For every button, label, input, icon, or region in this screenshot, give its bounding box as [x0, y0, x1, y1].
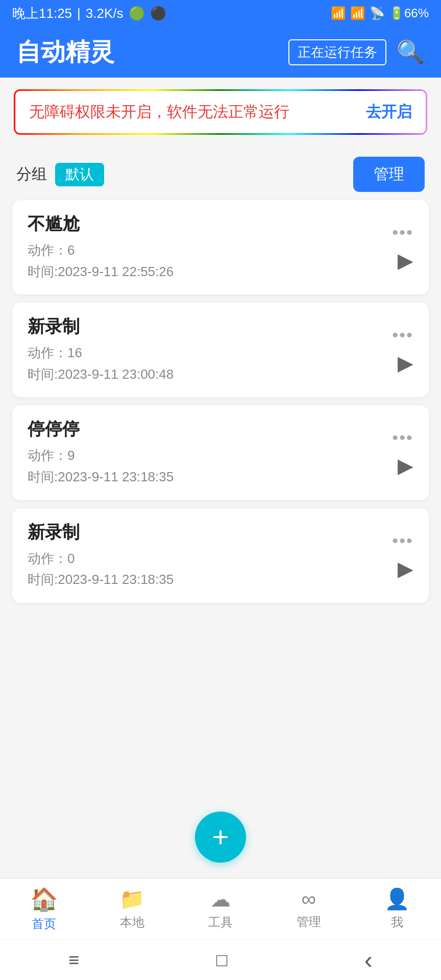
search-button[interactable]: 🔍 — [397, 39, 425, 65]
home-button[interactable]: □ — [196, 944, 248, 976]
task-name: 不尴尬 — [28, 212, 392, 236]
task-right: ••• ▶ — [392, 325, 413, 375]
task-info: 不尴尬 动作：6 时间:2023-9-11 22:55:26 — [28, 212, 392, 282]
battery-icon: 🔋66% — [389, 6, 429, 20]
nav-item-home[interactable]: 🏠 首页 — [0, 878, 88, 939]
add-task-button[interactable]: + — [195, 812, 246, 863]
task-card: 停停停 动作：9 时间:2023-9-11 23:18:35 ••• ▶ — [12, 405, 429, 500]
signal-icon-2: 📶 — [350, 6, 365, 20]
nav-item-local[interactable]: 📁 本地 — [88, 878, 177, 939]
nav-label-local: 本地 — [120, 914, 144, 930]
home-icon: 🏠 — [30, 886, 58, 913]
system-nav-bar: ≡ □ ‹ — [0, 939, 441, 980]
spacer — [0, 603, 441, 801]
app-title: 自动精灵 — [16, 36, 114, 68]
status-bar: 晚上11:25 | 3.2K/s 🟢 ⚫ 📶 📶 📡 🔋66% — [0, 0, 441, 27]
task-name: 新录制 — [28, 521, 392, 544]
task-name: 新录制 — [28, 315, 392, 338]
task-card: 新录制 动作：16 时间:2023-9-11 23:00:48 ••• ▶ — [12, 303, 429, 397]
manage-icon: ∞ — [302, 888, 316, 911]
more-options-button[interactable]: ••• — [392, 531, 413, 551]
task-time: 时间:2023-9-11 23:00:48 — [28, 364, 392, 385]
task-info: 新录制 动作：16 时间:2023-9-11 23:00:48 — [28, 315, 392, 385]
wifi-icon: 📡 — [370, 6, 385, 20]
fab-container: + — [0, 801, 441, 878]
task-right: ••• ▶ — [392, 531, 413, 580]
app-icon-1: 🟢 — [129, 6, 145, 21]
play-button[interactable]: ▶ — [398, 454, 413, 477]
nav-label-home: 首页 — [32, 916, 56, 932]
bottom-nav: 🏠 首页 📁 本地 ☁ 工具 ∞ 管理 👤 我 — [0, 878, 441, 939]
task-info: 新录制 动作：0 时间:2023-9-11 23:18:35 — [28, 521, 392, 591]
task-info: 停停停 动作：9 时间:2023-9-11 23:18:35 — [28, 418, 392, 487]
app-icon-2: ⚫ — [150, 6, 166, 21]
task-actions: 动作：0 — [28, 548, 392, 570]
more-options-button[interactable]: ••• — [392, 223, 413, 242]
nav-item-me[interactable]: 👤 我 — [353, 878, 441, 939]
network-speed: | — [77, 6, 81, 21]
time-display: 晚上11:25 — [12, 5, 72, 22]
running-badge: 正在运行任务 — [288, 39, 386, 65]
status-right: 📶 📶 📡 🔋66% — [331, 6, 429, 20]
warning-text: 无障碍权限未开启，软件无法正常运行 — [29, 102, 289, 122]
plus-icon: + — [212, 823, 229, 851]
play-button[interactable]: ▶ — [398, 249, 413, 272]
header-right: 正在运行任务 🔍 — [288, 39, 425, 65]
nav-label-me: 我 — [391, 914, 403, 930]
manage-button[interactable]: 管理 — [353, 157, 425, 192]
me-icon: 👤 — [384, 887, 410, 911]
network-speed-value: 3.2K/s — [86, 6, 124, 21]
task-card: 新录制 动作：0 时间:2023-9-11 23:18:35 ••• ▶ — [12, 508, 429, 603]
more-options-button[interactable]: ••• — [392, 325, 413, 345]
nav-item-tools[interactable]: ☁ 工具 — [177, 878, 265, 939]
task-right: ••• ▶ — [392, 428, 413, 477]
warning-action-button[interactable]: 去开启 — [366, 102, 412, 122]
signal-icon: 📶 — [331, 6, 346, 20]
task-actions: 动作：9 — [28, 445, 392, 467]
more-options-button[interactable]: ••• — [392, 428, 413, 448]
task-time: 时间:2023-9-11 23:18:35 — [28, 569, 392, 591]
nav-label-tools: 工具 — [208, 914, 233, 930]
local-icon: 📁 — [119, 887, 145, 911]
task-right: ••• ▶ — [392, 223, 413, 272]
menu-button[interactable]: ≡ — [48, 944, 100, 976]
play-button[interactable]: ▶ — [398, 557, 413, 580]
task-time: 时间:2023-9-11 22:55:26 — [28, 261, 392, 283]
task-card: 不尴尬 动作：6 时间:2023-9-11 22:55:26 ••• ▶ — [12, 200, 429, 295]
group-left: 分组 默认 — [16, 163, 104, 186]
status-left: 晚上11:25 | 3.2K/s 🟢 ⚫ — [12, 5, 166, 22]
group-tag[interactable]: 默认 — [55, 163, 104, 186]
task-actions: 动作：16 — [28, 342, 392, 364]
task-name: 停停停 — [28, 418, 392, 441]
play-button[interactable]: ▶ — [398, 351, 413, 375]
nav-item-manage[interactable]: ∞ 管理 — [264, 878, 353, 939]
app-header: 自动精灵 正在运行任务 🔍 — [0, 27, 441, 78]
warning-banner: 无障碍权限未开启，软件无法正常运行 去开启 — [12, 88, 429, 136]
task-time: 时间:2023-9-11 23:18:35 — [28, 467, 392, 488]
task-actions: 动作：6 — [28, 240, 392, 261]
tasks-container: 不尴尬 动作：6 时间:2023-9-11 22:55:26 ••• ▶ 新录制… — [0, 200, 441, 603]
back-button[interactable]: ‹ — [344, 941, 393, 979]
tools-icon: ☁ — [210, 888, 231, 911]
group-label: 分组 — [16, 164, 47, 185]
group-section: 分组 默认 管理 — [0, 146, 441, 200]
nav-label-manage: 管理 — [297, 914, 321, 930]
